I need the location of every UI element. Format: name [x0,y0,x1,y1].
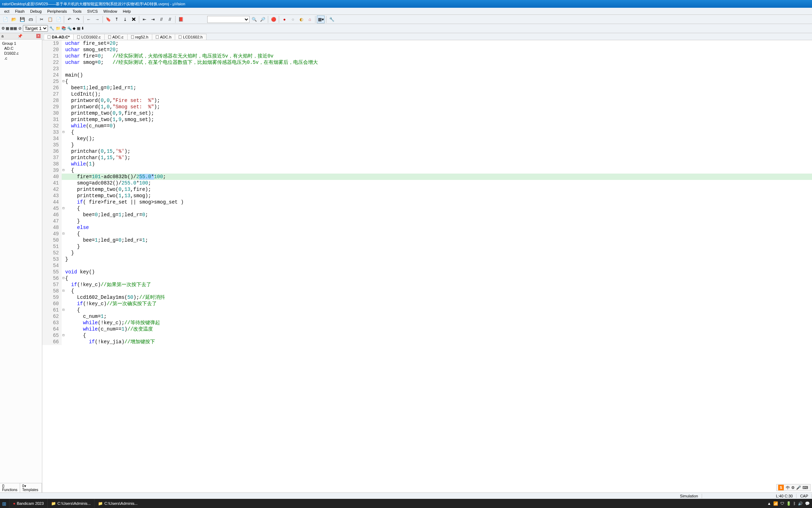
code-line[interactable]: 26 bee=1;led_g=0;led_r=1; [42,85,812,91]
code-line[interactable]: 51 } [42,243,812,250]
back-button[interactable]: ← [85,16,93,23]
code-line[interactable]: 55void key() [42,269,812,275]
code-line[interactable]: 53} [42,256,812,262]
taskbar-task[interactable]: ●Bandicam 2023 [9,499,47,508]
bookmark-clear-button[interactable]: 🗙 [130,16,137,23]
system-tray[interactable]: ▲ 📶 🛡 🔋 ᛒ 🔊 💬 [767,501,812,506]
ime-item[interactable]: 中 [786,485,790,490]
cut-button[interactable]: ✂ [38,16,45,23]
tree-file[interactable]: D1602.c [1,51,41,56]
code-line[interactable]: 34 key(); [42,135,812,142]
fold-icon[interactable]: ⊟ [62,231,65,237]
code-line[interactable]: 52 } [42,250,812,256]
redo-button[interactable]: ↷ [74,16,82,23]
forward-button[interactable]: → [93,16,101,23]
tree-file[interactable]: .c [1,56,41,61]
build-button[interactable]: ▦ [6,26,9,31]
download-button[interactable]: ⬇ [81,26,84,31]
code-line[interactable]: 46 bee=0;led_g=1;led_r=0; [42,212,812,218]
code-line[interactable]: 39⊟ { [42,167,812,174]
code-line[interactable]: 38 while(1) [42,161,812,167]
batch-build-button[interactable]: ▦ [77,26,80,31]
ime-bar[interactable]: S 中⚙🎤⌨ [776,484,811,491]
file-tab[interactable]: ADC.h [152,34,175,40]
window-layout-button[interactable]: ▦▾ [317,16,325,23]
code-line[interactable]: 45⊟ { [42,205,812,212]
comment-button[interactable]: // [158,16,165,23]
code-line[interactable]: 35 } [42,142,812,148]
code-line[interactable]: 30 printtemp_two(0,9,fire_set); [42,110,812,116]
tree-file[interactable]: AD.C [1,46,41,51]
save-all-button[interactable]: 🗃 [27,16,35,23]
menu-item-peripherals[interactable]: Peripherals [44,9,70,13]
code-line[interactable]: 44 if( fire>fire_set || smog>smog_set ) [42,199,812,205]
uncomment-button[interactable]: // [166,16,174,23]
bookmark-next-button[interactable]: ⤓ [121,16,129,23]
menu-item-flash[interactable]: Flash [12,9,27,13]
code-line[interactable]: 63 while(!key_c);//等待按键弹起 [42,320,812,326]
open-button[interactable]: 📂 [10,16,18,23]
code-line[interactable]: 27 LcdInit(); [42,91,812,97]
start-button[interactable] [0,499,9,508]
menu-item-debug[interactable]: Debug [27,9,44,13]
translate-button[interactable]: ⚙ [1,26,5,31]
target-combo[interactable]: Target 1 [23,25,48,32]
fold-icon[interactable]: ⊟ [62,129,65,135]
code-line[interactable]: 23 [42,66,812,72]
find-button[interactable]: 🔍 [250,16,258,23]
code-line[interactable]: 28 printword(0,0,"Fire set: %"); [42,97,812,104]
menu-item-tools[interactable]: Tools [70,9,85,13]
code-line[interactable]: 57 if(!key_c)//如果第一次按下去了 [42,282,812,288]
code-line[interactable]: 60 if(!key_c)//第一次确实按下去了 [42,301,812,307]
fold-icon[interactable]: ⊟ [62,167,65,174]
breakpoint-kill-button[interactable]: ◐ [297,16,305,23]
code-line[interactable]: 24main() [42,72,812,78]
tray-action-center-icon[interactable]: 💬 [805,501,810,506]
code-line[interactable]: 42 printtemp_two(0,13,fire); [42,186,812,193]
find-combo[interactable] [207,16,250,23]
ime-logo-icon[interactable]: S [778,485,784,490]
fold-icon[interactable]: ⊟ [62,78,65,85]
ime-item[interactable]: 🎤 [796,485,801,490]
bookmark-button[interactable]: 🔖 [104,16,112,23]
project-panel-close-button[interactable]: × [36,34,41,38]
code-line[interactable]: 19uchar fire_set=20; [42,40,812,47]
code-line[interactable]: 41 smog=adc0832()/255.0*100; [42,180,812,186]
code-line[interactable]: 50 bee=1;led_g=0;led_r=1; [42,237,812,243]
save-button[interactable]: 💾 [18,16,26,23]
code-line[interactable]: 43 printtemp_two(1,13,smog); [42,193,812,199]
file-tab[interactable]: reg52.h [127,34,152,40]
menu-item-svcs[interactable]: SVCS [84,9,100,13]
ime-item[interactable]: ⚙ [791,485,795,490]
project-tree[interactable]: Group 1AD.CD1602.c.c [0,40,42,483]
taskbar-task[interactable]: 📁C:\Users\Adminis... [94,499,141,508]
project-panel-pin-icon[interactable]: 📌 [18,34,23,38]
project-bottom-tab[interactable]: {} Functions [0,483,20,492]
indent-left-button[interactable]: ⇤ [141,16,148,23]
code-line[interactable]: 48 else [42,224,812,231]
tray-security-icon[interactable]: 🛡 [780,501,784,506]
stop-build-button[interactable]: ⊘ [18,26,21,31]
debug-button[interactable]: 🔴 [270,16,277,23]
code-line[interactable]: 49⊟ { [42,231,812,237]
tree-group[interactable]: Group 1 [1,41,41,46]
tray-volume-icon[interactable]: 🔊 [798,501,803,506]
manage-rte-button[interactable]: ◆ [73,26,75,31]
code-line[interactable]: 33⊟ { [42,129,812,135]
code-line[interactable]: 29 printword(1,0,"Smog set: %"); [42,104,812,110]
breakpoint-disable-button[interactable]: ○ [289,16,297,23]
copy-button[interactable]: 📋 [46,16,54,23]
code-line[interactable]: 21uchar fire=0; //经实际测试，火焰传感器在无火焰时，电压接近5… [42,53,812,59]
tray-up-icon[interactable]: ▲ [767,501,771,506]
menu-item-ect[interactable]: ect [1,9,12,13]
new-button[interactable]: 📄 [1,16,9,23]
code-line[interactable]: 62 c_num=1; [42,313,812,320]
code-line[interactable]: 25⊟{ [42,78,812,85]
configure-button[interactable]: 🔧 [328,16,336,23]
manage-components-button[interactable]: 🔩 [67,26,72,31]
code-line[interactable]: 64 while(c_num==1)//改变温度 [42,326,812,332]
bookmark-prev-button[interactable]: ⤒ [113,16,121,23]
code-line[interactable]: 40 fire=101-adc0832b()/255.0*100; [42,174,812,180]
indent-right-button[interactable]: ⇥ [149,16,157,23]
code-line[interactable]: 61⊟ { [42,307,812,313]
